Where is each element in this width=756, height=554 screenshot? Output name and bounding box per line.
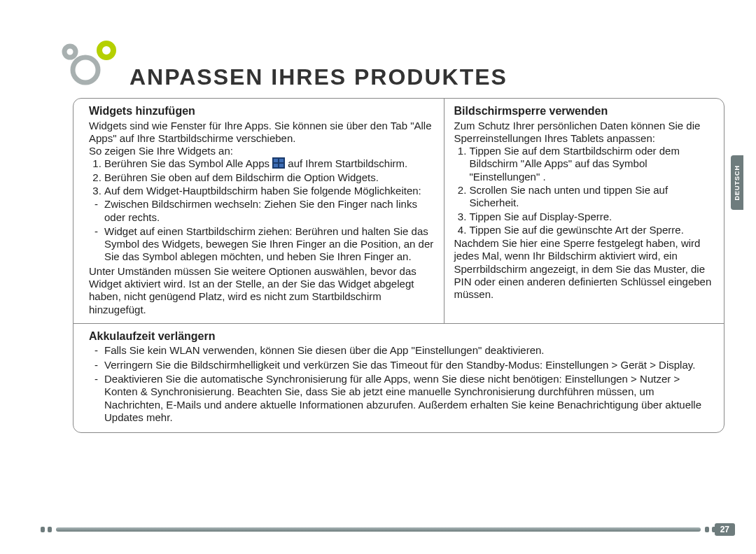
lock-step3: Tippen Sie auf Display-Sperre.	[470, 211, 717, 223]
svg-rect-7	[279, 164, 284, 167]
svg-rect-4	[274, 159, 278, 162]
battery-heading: Akkulaufzeit verlängern	[89, 329, 715, 343]
language-tab-label: DEUTSCH	[734, 165, 741, 201]
footer-bar	[56, 527, 701, 532]
widgets-dash2: Widget auf einen Startbildschirm ziehen:…	[104, 225, 437, 264]
page-number: 27	[715, 523, 735, 536]
lock-step2: Scrollen Sie nach unten und tippen Sie a…	[470, 184, 717, 210]
section-lock: Bildschirmsperre verwenden Zum Schutz Ih…	[444, 99, 724, 323]
battery-d3: Deaktivieren Sie die automatische Synchr…	[104, 373, 715, 424]
widgets-dash1: Zwischen Bildschirmen wechseln: Ziehen S…	[104, 198, 437, 224]
widgets-step2: Berühren Sie oben auf dem Bildschirm die…	[104, 171, 437, 184]
svg-rect-6	[274, 164, 278, 167]
widgets-step1: Berühren Sie das Symbol Alle Apps auf Ih…	[104, 157, 437, 170]
lock-outro: Nachdem Sie hier eine Sperre festgelegt …	[454, 237, 717, 301]
lock-heading: Bildschirmsperre verwenden	[454, 104, 717, 118]
lock-step4: Tippen Sie auf die gewünschte Art der Sp…	[470, 224, 717, 236]
svg-rect-5	[279, 159, 284, 162]
widgets-heading: Widgets hinzufügen	[89, 104, 437, 118]
footer: 27	[56, 522, 735, 537]
svg-point-0	[64, 46, 76, 57]
svg-point-1	[73, 57, 98, 83]
widgets-outro: Unter Umständen müssen Sie weitere Optio…	[89, 265, 437, 316]
battery-d2: Verringern Sie die Bildschirmhelligkeit …	[104, 359, 715, 371]
content-box: Widgets hinzufügen Widgets sind wie Fens…	[73, 98, 724, 433]
lock-intro: Zum Schutz Ihrer persönlichen Daten könn…	[454, 120, 717, 145]
widgets-step3: Auf dem Widget-Hauptbildschirm haben Sie…	[104, 185, 437, 197]
section-widgets: Widgets hinzufügen Widgets sind wie Fens…	[74, 99, 444, 323]
all-apps-icon	[272, 157, 285, 169]
section-battery: Akkulaufzeit verlängern Falls Sie kein W…	[74, 323, 724, 432]
lock-step1: Tippen Sie auf dem Startbildschirm oder …	[470, 145, 717, 183]
svg-point-2	[99, 43, 113, 57]
gears-icon	[55, 41, 125, 97]
language-tab: DEUTSCH	[731, 155, 743, 210]
battery-d1: Falls Sie kein WLAN verwenden, können Si…	[104, 344, 715, 357]
widgets-intro: Widgets sind wie Fenster für Ihre Apps. …	[89, 120, 437, 158]
page-title: ANPASSEN IHRES PRODUKTES	[130, 64, 507, 90]
